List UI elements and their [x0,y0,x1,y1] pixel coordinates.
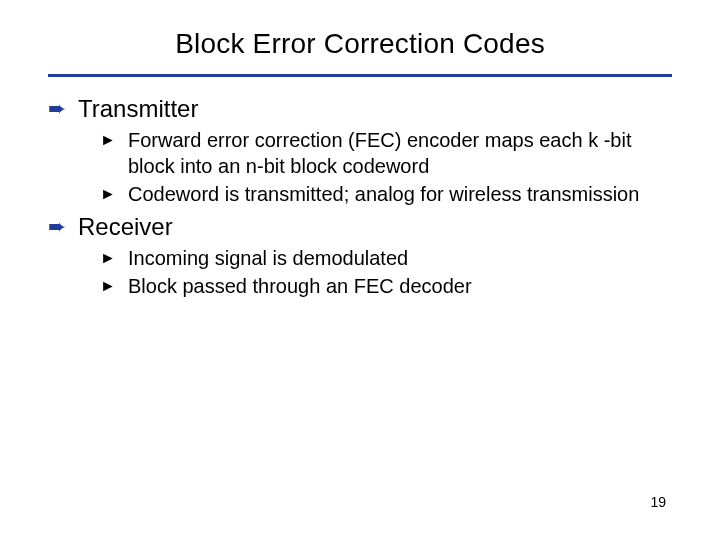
list-item: ► Codeword is transmitted; analog for wi… [100,181,672,207]
section-heading-text: Receiver [78,213,173,241]
triangle-right-icon: ► [100,245,128,271]
list-item-text: Forward error correction (FEC) encoder m… [128,127,668,179]
arrow-right-icon: ➨ [48,95,78,123]
title-divider [48,74,672,77]
list-item-text: Block passed through an FEC decoder [128,273,472,299]
list-item-text: Codeword is transmitted; analog for wire… [128,181,639,207]
section-heading: ➨ Receiver [48,213,672,241]
arrow-right-icon: ➨ [48,213,78,241]
list-item: ► Forward error correction (FEC) encoder… [100,127,672,179]
slide-title: Block Error Correction Codes [48,28,672,60]
section-heading: ➨ Transmitter [48,95,672,123]
triangle-right-icon: ► [100,181,128,207]
slide: Block Error Correction Codes ➨ Transmitt… [0,0,720,540]
page-number: 19 [650,494,666,510]
list-item: ► Incoming signal is demodulated [100,245,672,271]
list-item: ► Block passed through an FEC decoder [100,273,672,299]
list-item-text: Incoming signal is demodulated [128,245,408,271]
section-heading-text: Transmitter [78,95,198,123]
triangle-right-icon: ► [100,127,128,153]
triangle-right-icon: ► [100,273,128,299]
